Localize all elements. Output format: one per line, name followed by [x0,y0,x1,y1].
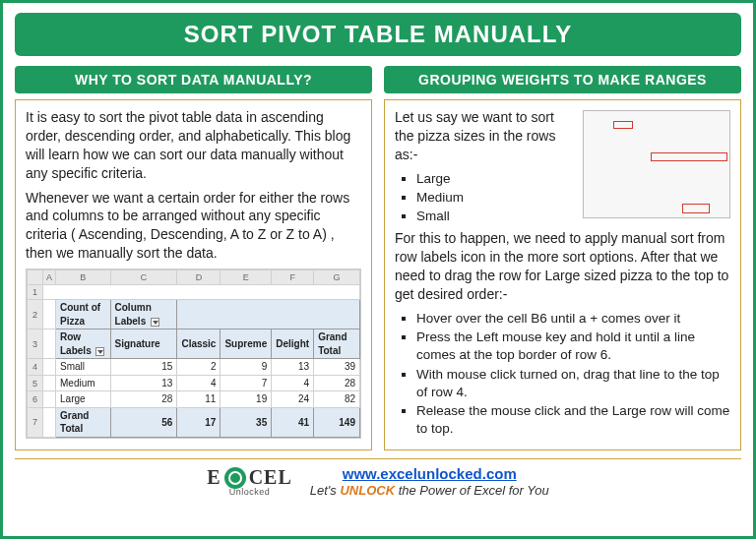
pivot-col-header: Grand Total [314,329,360,359]
left-para-1: It is easy to sort the pivot table data … [26,108,361,183]
pivot-col-header: Signature [110,329,177,359]
tagline: Let's UNLOCK the Power of Excel for You [310,483,549,498]
col-letter: G [314,270,360,285]
pivot-rowlabels: Row Labels [56,329,111,359]
left-body: It is easy to sort the pivot table data … [15,99,372,450]
left-heading: WHY TO SORT DATA MANUALLY? [15,66,372,93]
col-letter: F [272,270,314,285]
pivot-col-header: Classic [177,329,220,359]
right-body: Let us say we want to sort the pizza siz… [384,99,741,450]
col-letter: A [43,270,56,285]
col-letter: E [220,270,272,285]
col-letter: B [56,270,111,285]
list-item: Hover over the cell B6 until a + comes o… [416,310,730,328]
table-row: 4 Small 15 2 9 13 39 [28,359,360,376]
col-letter-row: A B C D E F G [28,270,360,285]
pivot-col-header: Delight [272,329,314,359]
pivot-collabels: Column Labels [110,300,177,329]
right-mid: For this to happen, we need to apply man… [395,229,730,304]
steps-list: Hover over the cell B6 until a + comes o… [395,310,730,439]
sort-dialog-figure [583,110,730,218]
left-para-2: Whenever we want a certain order for eit… [26,189,361,264]
page-title: SORT PIVOT TABLE MANUALLY [15,13,741,56]
footer: E CEL Unlocked www.excelunlocked.com Let… [15,458,741,498]
table-row: 6 Large 28 11 19 24 82 [28,391,360,408]
corner-cell [28,270,43,285]
logo: E CEL Unlocked [207,466,291,497]
content-columns: WHY TO SORT DATA MANUALLY? It is easy to… [15,66,741,450]
right-column: GROUPING WEIGHTS TO MAKE RANGES Let us s… [384,66,741,450]
logo-text: CEL [249,466,292,489]
row-number: 3 [28,329,43,359]
list-item: With mouse click turned on, drag that li… [416,366,730,401]
list-item: Press the Left mouse key and hold it unt… [416,329,730,364]
list-item: Release the mouse click and the Large ro… [416,402,730,438]
pivot-col-header: Supreme [220,329,272,359]
row-number: 1 [28,285,43,300]
col-letter: C [110,270,177,285]
grand-total-row: 7 Grand Total 56 17 35 41 149 [28,407,360,437]
right-heading: GROUPING WEIGHTS TO MAKE RANGES [384,66,741,93]
left-column: WHY TO SORT DATA MANUALLY? It is easy to… [15,66,372,450]
site-link[interactable]: www.excelunlocked.com [343,465,517,482]
pivot-count-label: Count of Pizza [56,300,111,329]
dropdown-icon[interactable] [151,318,159,327]
col-letter: D [177,270,220,285]
row-number: 2 [28,300,43,329]
table-row: 5 Medium 13 4 7 4 28 [28,375,360,391]
logo-icon [224,467,246,489]
logo-text: E [207,466,220,489]
dropdown-icon[interactable] [95,347,104,356]
pivot-table-figure: A B C D E F G 1 2 Coun [26,269,361,439]
footer-text: www.excelunlocked.com Let's UNLOCK the P… [310,465,549,498]
